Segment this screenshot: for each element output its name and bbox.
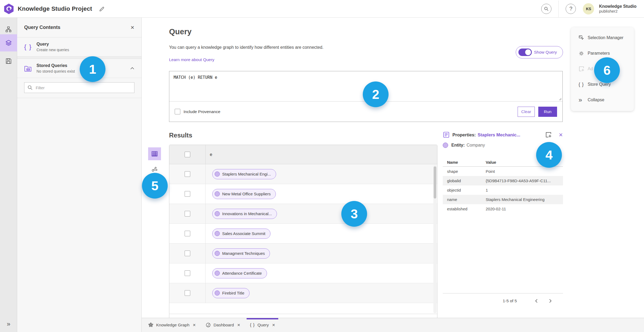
properties-label: Properties: bbox=[452, 132, 476, 137]
run-button[interactable]: Run bbox=[538, 107, 557, 117]
add-to-new-icon bbox=[545, 132, 552, 138]
properties-doc-icon bbox=[443, 131, 450, 138]
top-bar: Knowledge Studio Project ? KS Knowledge … bbox=[0, 0, 644, 18]
row-checkbox[interactable] bbox=[185, 290, 190, 296]
user-block[interactable]: Knowledge Studio publisher2 bbox=[599, 4, 636, 14]
properties-pagination: 1-5 of 5 bbox=[443, 293, 563, 308]
help-button[interactable]: ? bbox=[566, 4, 576, 14]
row-checkbox[interactable] bbox=[185, 251, 190, 256]
filter-row bbox=[17, 78, 141, 98]
sidebar-item-query[interactable]: { } Query Create new queries bbox=[17, 38, 141, 57]
tab-knowledge-graph[interactable]: Knowledge Graph ✕ bbox=[143, 318, 201, 332]
number-badge-1: 1 bbox=[80, 56, 105, 82]
tab-dashboard[interactable]: Dashboard ✕ bbox=[201, 318, 245, 332]
table-row[interactable]: Staplers Mechanical Engi... bbox=[169, 164, 437, 184]
results-table: e Staplers Mechanical Engi... New Metal … bbox=[169, 145, 437, 332]
page-title: Knowledge Studio Project bbox=[18, 5, 92, 12]
property-row: globalid {5D9B4713-F98D-4A53-A59F-C11... bbox=[443, 176, 563, 185]
bottom-tab-bar: Knowledge Graph ✕ Dashboard ✕ { } Query … bbox=[142, 318, 644, 332]
entity-dot-icon bbox=[215, 271, 220, 276]
save-button[interactable] bbox=[0, 53, 17, 70]
tab-close-icon[interactable]: ✕ bbox=[237, 323, 240, 327]
entity-label: Entity: bbox=[451, 143, 465, 148]
query-heading: Query bbox=[169, 27, 192, 36]
selection-manager-icon bbox=[579, 35, 588, 41]
table-row[interactable]: Sales Associate Summit bbox=[169, 224, 437, 244]
select-all-checkbox[interactable] bbox=[185, 152, 190, 157]
table-row[interactable]: Innovations in Mechanical... bbox=[169, 204, 437, 224]
property-value: Point bbox=[486, 169, 563, 174]
double-chevron-right-icon: » bbox=[7, 320, 10, 328]
entity-pill[interactable]: Firebird Title bbox=[212, 288, 250, 298]
results-scrollbar[interactable] bbox=[433, 165, 437, 313]
row-checkbox[interactable] bbox=[185, 211, 190, 217]
resize-handle-icon[interactable] bbox=[558, 97, 562, 100]
entity-pill[interactable]: Innovations in Mechanical... bbox=[212, 209, 277, 219]
menu-label: Selection Manager bbox=[588, 35, 623, 40]
properties-entity-link[interactable]: Staplers Mechanic... bbox=[478, 132, 520, 137]
entity-pill[interactable]: Managment Techniques bbox=[212, 248, 270, 259]
entity-pill[interactable]: Sales Associate Summit bbox=[212, 229, 270, 239]
knowledge-graph-icon bbox=[148, 322, 153, 328]
table-view-button[interactable] bbox=[148, 147, 161, 160]
entity-pill[interactable]: Staplers Mechanical Engi... bbox=[212, 169, 276, 179]
filter-search-icon bbox=[27, 85, 33, 90]
show-query-toggle[interactable]: Show Query bbox=[516, 46, 563, 58]
tab-close-icon[interactable]: ✕ bbox=[193, 323, 196, 327]
entity-pill-label: Sales Associate Summit bbox=[222, 231, 265, 236]
collapse-section-button[interactable] bbox=[130, 67, 134, 70]
filter-input[interactable] bbox=[24, 82, 134, 93]
results-heading: Results bbox=[169, 132, 192, 139]
include-provenance-checkbox[interactable] bbox=[175, 109, 180, 114]
properties-next-button[interactable] bbox=[546, 296, 555, 305]
edit-title-button[interactable] bbox=[99, 6, 105, 12]
property-name: established bbox=[443, 207, 486, 211]
query-description: You can query a knowledge graph to ident… bbox=[169, 45, 324, 50]
close-panel-button[interactable]: ✕ bbox=[130, 25, 134, 31]
property-row: name Staplers Mechanical Engineering bbox=[443, 195, 563, 204]
panel-separator bbox=[17, 57, 141, 59]
main-content: Query You can query a knowledge graph to… bbox=[142, 18, 644, 318]
entity-dot-icon bbox=[215, 171, 220, 177]
menu-item-collapse[interactable]: » Collapse bbox=[571, 92, 634, 108]
double-chevron-right-icon: » bbox=[579, 97, 588, 103]
add-to-new-button[interactable] bbox=[545, 132, 552, 138]
clear-button[interactable]: Clear bbox=[518, 107, 535, 117]
menu-item-selection-manager[interactable]: Selection Manager bbox=[571, 30, 634, 46]
expand-rail-button[interactable]: » bbox=[0, 318, 17, 330]
number-badge-3: 3 bbox=[341, 201, 367, 227]
table-row[interactable]: New Metal Office Suppliers bbox=[169, 184, 437, 204]
app-logo[interactable] bbox=[0, 3, 18, 14]
contents-button[interactable] bbox=[0, 34, 17, 51]
tab-query[interactable]: { } Query ✕ bbox=[245, 318, 280, 332]
row-checkbox[interactable] bbox=[185, 231, 190, 236]
avatar[interactable]: KS bbox=[583, 3, 594, 14]
properties-pagination-text: 1-5 of 5 bbox=[503, 299, 517, 303]
row-checkbox[interactable] bbox=[185, 191, 190, 197]
row-checkbox[interactable] bbox=[185, 171, 190, 177]
column-header-e: e bbox=[206, 152, 212, 157]
property-name: objectid bbox=[443, 188, 486, 192]
number-badge-4: 4 bbox=[536, 142, 562, 168]
property-row: established 2020-02-11 bbox=[443, 204, 563, 214]
entity-pill-label: Staplers Mechanical Engi... bbox=[222, 172, 271, 176]
row-checkbox[interactable] bbox=[185, 270, 190, 276]
scrollbar-thumb[interactable] bbox=[434, 166, 436, 199]
close-properties-button[interactable]: ✕ bbox=[559, 132, 563, 138]
entity-pill-label: New Metal Office Suppliers bbox=[222, 192, 271, 196]
learn-more-link[interactable]: Learn more about Query bbox=[169, 57, 214, 62]
entity-pill[interactable]: New Metal Office Suppliers bbox=[212, 189, 276, 199]
entity-dot-icon bbox=[215, 251, 220, 256]
query-item-subtitle: Create new queries bbox=[36, 48, 69, 52]
col-name-header: Name bbox=[443, 160, 486, 165]
table-row[interactable]: Attendance Certificate bbox=[169, 263, 437, 283]
tab-close-icon[interactable]: ✕ bbox=[272, 323, 275, 327]
query-item-text: Query Create new queries bbox=[36, 42, 69, 52]
entity-pill[interactable]: Attendance Certificate bbox=[212, 268, 267, 278]
search-button[interactable] bbox=[541, 4, 551, 14]
properties-previous-button[interactable] bbox=[532, 296, 541, 305]
table-row[interactable]: Firebird Title bbox=[169, 283, 437, 303]
search-icon bbox=[544, 6, 549, 11]
sidebar-item-stored-queries[interactable]: Stored Queries No stored queries exist bbox=[17, 59, 141, 78]
table-row[interactable]: Managment Techniques bbox=[169, 244, 437, 263]
